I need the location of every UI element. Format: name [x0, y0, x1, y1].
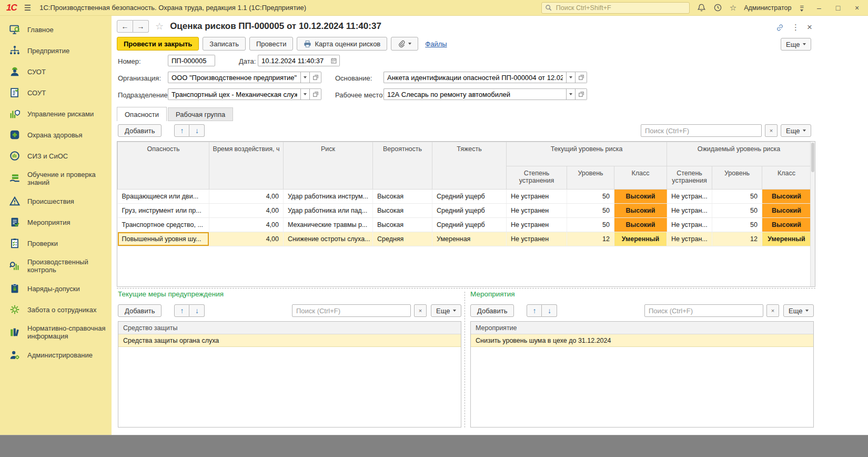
window-maximize-button[interactable]: □: [834, 4, 842, 12]
dropdown-caret-icon[interactable]: [566, 72, 576, 83]
form-close-icon[interactable]: ×: [807, 22, 812, 33]
open-item-icon[interactable]: [576, 88, 587, 100]
cell-exposure[interactable]: 4,00: [209, 218, 284, 232]
global-search-box[interactable]: [541, 2, 690, 14]
favorite-star-icon[interactable]: ☆: [155, 21, 164, 32]
cell-severity[interactable]: Средний ущерб: [432, 204, 507, 218]
cell-hazard[interactable]: Груз, инструмент или пр...: [118, 204, 209, 218]
cell-severity[interactable]: Умеренная: [432, 232, 507, 246]
risk-map-button[interactable]: Карта оценки рисков: [297, 37, 387, 51]
main-menu-burger-icon[interactable]: ☰: [24, 3, 31, 13]
hazard-row[interactable]: Вращающиеся или дви... 4,00 Удар работни…: [118, 190, 811, 204]
move-down-button[interactable]: ↓: [189, 124, 205, 137]
sidebar-item-reference-info[interactable]: Нормативно-справочная информация: [0, 320, 112, 344]
cell-current-class[interactable]: Высокий: [614, 218, 667, 232]
cell-current-degree[interactable]: Не устранен: [507, 204, 567, 218]
cell-current-degree[interactable]: Не устранен: [507, 218, 567, 232]
dropdown-caret-icon[interactable]: [566, 88, 576, 100]
cell-expected-degree[interactable]: Не устран...: [667, 232, 712, 246]
basis-field[interactable]: [383, 72, 566, 83]
cell-hazard-active[interactable]: Повышенный уровня шу...: [118, 232, 209, 246]
cell-expected-class[interactable]: Высокий: [762, 204, 811, 218]
cell-current-class[interactable]: Высокий: [614, 190, 667, 204]
cell-risk[interactable]: Удар работника инструм...: [284, 190, 373, 204]
cell-expected-level[interactable]: 50: [712, 190, 762, 204]
column-header-severity[interactable]: Тяжесть: [432, 142, 507, 190]
measure-row-selected[interactable]: Средства защиты органа слуха: [118, 334, 461, 347]
sidebar-item-risk-management[interactable]: Управление рисками: [0, 103, 112, 124]
measures-search-clear-button[interactable]: ×: [414, 304, 427, 317]
cell-risk[interactable]: Снижение остроты слуха...: [284, 232, 373, 246]
sidebar-item-health[interactable]: Охрана здоровья: [0, 124, 112, 145]
open-item-icon[interactable]: [310, 88, 321, 100]
cell-risk[interactable]: Удар работника или пад...: [284, 204, 373, 218]
hazards-search-clear-button[interactable]: ×: [765, 124, 778, 137]
hazards-search-input[interactable]: [641, 124, 762, 137]
vertical-splitter[interactable]: [465, 292, 465, 428]
hazards-more-button[interactable]: Еще: [781, 124, 811, 137]
sidebar-item-main[interactable]: Главное: [0, 19, 112, 40]
column-header-current-degree[interactable]: Степень устранения: [507, 166, 567, 190]
cell-current-class[interactable]: Высокий: [614, 204, 667, 218]
sidebar-item-suot[interactable]: СУОТ: [0, 61, 112, 82]
dropdown-caret-icon[interactable]: [300, 72, 310, 83]
sidebar-item-training[interactable]: Обучение и проверка знаний: [0, 166, 112, 191]
hazard-row[interactable]: Груз, инструмент или пр... 4,00 Удар раб…: [118, 204, 811, 218]
actions-search-clear-button[interactable]: ×: [766, 304, 779, 317]
organization-field[interactable]: [168, 72, 300, 83]
cell-exposure[interactable]: 4,00: [209, 190, 284, 204]
more-actions-dots-icon[interactable]: ⋮: [792, 23, 800, 32]
column-header-expected-level[interactable]: Уровень: [712, 166, 762, 190]
sidebar-item-incidents[interactable]: Происшествия: [0, 191, 112, 212]
cell-expected-level[interactable]: 50: [712, 204, 762, 218]
get-link-icon[interactable]: [775, 23, 784, 32]
vertical-scrollbar[interactable]: [810, 142, 815, 286]
hazards-add-button[interactable]: Добавить: [118, 124, 162, 137]
cell-current-level[interactable]: 50: [567, 190, 614, 204]
cell-current-degree[interactable]: Не устранен: [507, 232, 567, 246]
sidebar-item-inspections[interactable]: Проверки: [0, 233, 112, 254]
current-user[interactable]: Администратор: [744, 4, 791, 12]
column-header-expected-class[interactable]: Класс: [762, 166, 811, 190]
form-more-button[interactable]: Еще: [781, 38, 811, 51]
sidebar-item-siz[interactable]: СИЗ и СиОС: [0, 145, 112, 166]
cell-current-class[interactable]: Умеренный: [614, 232, 667, 246]
column-header-hazard[interactable]: Опасность: [118, 142, 209, 190]
actions-add-button[interactable]: Добавить: [470, 304, 514, 317]
cell-current-level[interactable]: 50: [567, 218, 614, 232]
sidebar-item-sout[interactable]: СОУТ: [0, 82, 112, 103]
column-header-exposure[interactable]: Время воздействия, ч: [209, 142, 284, 190]
measures-add-button[interactable]: Добавить: [118, 304, 162, 317]
post-button[interactable]: Провести: [249, 37, 294, 51]
actions-move-up-button[interactable]: ↑: [527, 304, 542, 317]
column-header-current-class[interactable]: Класс: [614, 166, 667, 190]
sidebar-item-administration[interactable]: Администрирование: [0, 344, 112, 365]
cell-current-level[interactable]: 50: [567, 204, 614, 218]
back-button[interactable]: ←: [117, 20, 133, 33]
files-link[interactable]: Файлы: [425, 40, 447, 48]
sidebar-item-activities[interactable]: Мероприятия: [0, 212, 112, 233]
tab-hazards[interactable]: Опасности: [117, 107, 167, 121]
notifications-bell-icon[interactable]: [697, 3, 706, 12]
cell-risk[interactable]: Механические травмы р...: [284, 218, 373, 232]
cell-expected-level[interactable]: 12: [712, 232, 762, 246]
column-header-expected-degree[interactable]: Степень устранения: [667, 166, 712, 190]
cell-probability[interactable]: Высокая: [373, 190, 432, 204]
cell-expected-class[interactable]: Высокий: [762, 218, 811, 232]
hazard-row-selected[interactable]: Повышенный уровня шу... 4,00 Снижение ос…: [118, 232, 811, 246]
cell-probability[interactable]: Высокая: [373, 218, 432, 232]
actions-more-button[interactable]: Еще: [783, 304, 814, 317]
measures-search-input[interactable]: [292, 304, 411, 317]
actions-column-header[interactable]: Мероприятие: [471, 322, 813, 334]
hazard-row[interactable]: Транспортное средство, ... 4,00 Механиче…: [118, 218, 811, 232]
sidebar-item-production-control[interactable]: Производственный контроль: [0, 254, 112, 278]
column-header-probability[interactable]: Вероятность: [373, 142, 432, 190]
measures-move-down-button[interactable]: ↓: [189, 304, 205, 317]
write-button[interactable]: Записать: [203, 37, 246, 51]
measures-column-header[interactable]: Средство защиты: [118, 322, 461, 334]
cell-exposure[interactable]: 4,00: [209, 232, 284, 246]
sidebar-item-employee-care[interactable]: Забота о сотрудниках: [0, 299, 112, 320]
post-and-close-button[interactable]: Провести и закрыть: [117, 37, 199, 51]
window-minimize-button[interactable]: –: [815, 4, 823, 12]
open-item-icon[interactable]: [576, 72, 587, 83]
